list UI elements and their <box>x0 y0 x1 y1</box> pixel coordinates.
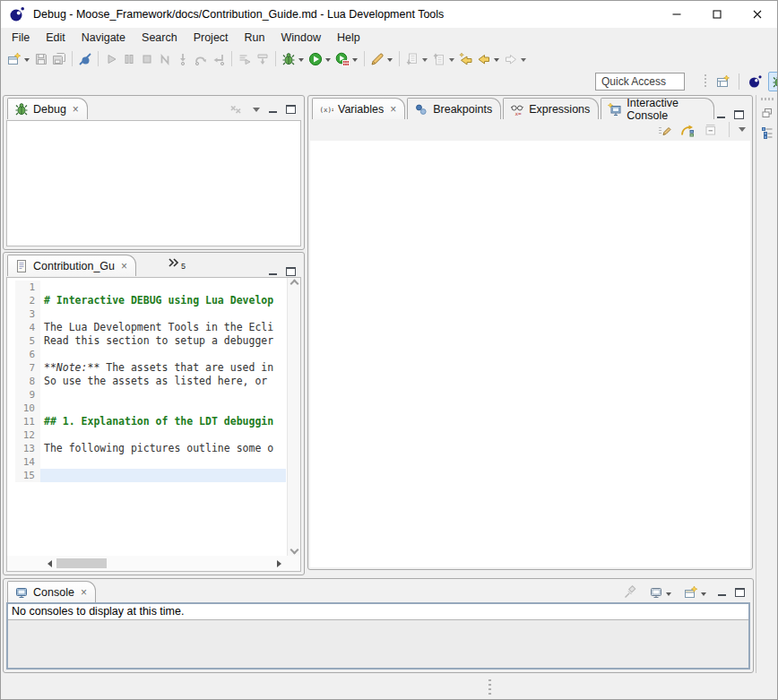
show-logical-structures-button[interactable] <box>679 120 696 140</box>
menu-window[interactable]: Window <box>273 29 329 47</box>
menu-project[interactable]: Project <box>186 29 237 47</box>
coverage-button[interactable] <box>333 49 360 69</box>
collapse-all-button[interactable] <box>702 120 720 140</box>
skip-all-breakpoints-button[interactable] <box>76 49 94 69</box>
dropdown-arrow-icon[interactable] <box>494 58 499 65</box>
open-perspective-button[interactable] <box>713 72 734 91</box>
dropdown-arrow-icon[interactable] <box>325 58 331 65</box>
new-wizard-button[interactable] <box>5 49 32 69</box>
dropdown-arrow-icon[interactable] <box>298 58 304 65</box>
minimize-button[interactable] <box>716 110 726 119</box>
display-selected-console-button[interactable] <box>647 583 674 602</box>
minimize-button[interactable] <box>268 105 278 114</box>
dropdown-arrow-icon[interactable] <box>701 592 706 599</box>
win-minimize-button[interactable] <box>656 1 696 28</box>
editor-vertical-scrollbar[interactable] <box>287 278 300 556</box>
code-text[interactable] <box>40 455 286 469</box>
debug-perspective-button[interactable] <box>768 72 778 91</box>
win-maximize-button[interactable] <box>696 1 737 28</box>
drag-handle[interactable] <box>704 74 706 89</box>
menu-file[interactable]: File <box>4 29 38 47</box>
minimize-button[interactable] <box>268 267 278 276</box>
maximize-button[interactable] <box>286 267 296 276</box>
minimize-button[interactable] <box>717 588 727 597</box>
tab-debug[interactable]: Debug × <box>7 98 88 119</box>
scroll-up-icon[interactable] <box>290 280 298 289</box>
editor-tab-overflow[interactable]: 5 <box>167 255 186 271</box>
step-return-button[interactable] <box>210 49 228 69</box>
dropdown-arrow-icon[interactable] <box>352 58 358 65</box>
tab-interactive-console[interactable]: Interactive Console <box>601 98 714 119</box>
code-text[interactable] <box>40 388 286 402</box>
tab-expressions[interactable]: x=Expressions <box>503 98 599 119</box>
save-all-button[interactable] <box>50 49 68 69</box>
use-step-filters-button[interactable] <box>236 49 254 69</box>
step-over-button[interactable] <box>192 49 210 69</box>
resume-button[interactable] <box>102 49 120 69</box>
close-icon[interactable]: × <box>390 104 396 115</box>
disconnect-button[interactable] <box>156 49 174 69</box>
suspend-button[interactable] <box>120 49 138 69</box>
dropdown-arrow-icon[interactable] <box>422 58 428 65</box>
code-text[interactable] <box>40 428 286 442</box>
scrollbar-thumb[interactable] <box>56 558 107 568</box>
code-text[interactable]: # Interactive DEBUG using Lua Develop <box>40 294 286 307</box>
scroll-left-icon[interactable] <box>44 560 52 567</box>
lua-perspective-button[interactable] <box>744 72 765 91</box>
previous-annotation-button[interactable] <box>430 49 457 69</box>
tab-breakpoints[interactable]: Breakpoints <box>407 98 501 119</box>
code-text[interactable]: Read this section to setup a debugger <box>40 334 286 348</box>
pin-console-button[interactable] <box>621 583 639 602</box>
menu-run[interactable]: Run <box>237 29 273 47</box>
outline-view-button[interactable] <box>758 124 776 142</box>
save-button[interactable] <box>32 49 50 69</box>
maximize-button[interactable] <box>734 110 744 119</box>
code-text[interactable]: So use the assets as listed here, or <box>40 375 286 388</box>
remove-all-terminated-button[interactable] <box>227 99 245 119</box>
code-text[interactable]: ## 1. Explanation of the LDT debuggin <box>40 415 286 428</box>
code-text[interactable]: **Note:** The assets that are used in <box>40 361 286 375</box>
scroll-down-icon[interactable] <box>290 546 298 555</box>
win-close-button[interactable] <box>737 1 777 28</box>
tab-console[interactable]: Console × <box>7 581 96 602</box>
code-text[interactable] <box>40 402 286 415</box>
dropdown-arrow-icon[interactable] <box>24 58 30 65</box>
tab-variables[interactable]: (x)=Variables× <box>312 98 405 119</box>
code-area[interactable]: 12# Interactive DEBUG using Lua Develop3… <box>7 278 300 556</box>
forward-button[interactable] <box>502 49 529 69</box>
show-type-names-button[interactable] <box>655 120 673 140</box>
step-into-button[interactable] <box>174 49 192 69</box>
next-annotation-button[interactable] <box>403 49 430 69</box>
close-icon[interactable]: × <box>121 261 127 272</box>
code-text[interactable] <box>40 307 286 321</box>
status-bar-grip[interactable] <box>488 679 491 696</box>
menu-navigate[interactable]: Navigate <box>73 29 134 47</box>
code-text[interactable] <box>40 281 286 294</box>
run-button[interactable] <box>307 49 333 69</box>
view-menu-icon[interactable] <box>253 108 260 112</box>
dropdown-arrow-icon[interactable] <box>521 58 526 65</box>
drag-handle[interactable] <box>761 98 774 100</box>
dropdown-arrow-icon[interactable] <box>666 592 671 599</box>
code-text[interactable] <box>40 469 286 482</box>
editor-horizontal-scrollbar[interactable] <box>7 556 300 571</box>
external-tools-button[interactable] <box>368 49 395 69</box>
close-icon[interactable]: × <box>73 104 79 115</box>
view-menu-icon[interactable] <box>739 127 746 132</box>
quick-access-input[interactable] <box>595 73 685 91</box>
terminate-button[interactable] <box>138 49 156 69</box>
tab-editor-contribution-guide[interactable]: Contribution_Gu × <box>7 255 136 276</box>
menu-search[interactable]: Search <box>134 29 186 47</box>
debug-button[interactable] <box>280 49 307 69</box>
last-edit-location-button[interactable] <box>457 49 475 69</box>
dropdown-arrow-icon[interactable] <box>387 58 393 65</box>
back-button[interactable] <box>475 49 502 69</box>
dropdown-arrow-icon[interactable] <box>449 58 454 65</box>
maximize-button[interactable] <box>286 105 296 114</box>
code-text[interactable]: The following pictures outline some o <box>40 442 286 455</box>
open-console-button[interactable] <box>682 583 709 602</box>
menu-help[interactable]: Help <box>329 29 368 47</box>
code-text[interactable] <box>40 348 286 361</box>
menu-edit[interactable]: Edit <box>38 29 73 47</box>
scroll-right-icon[interactable] <box>277 560 285 567</box>
